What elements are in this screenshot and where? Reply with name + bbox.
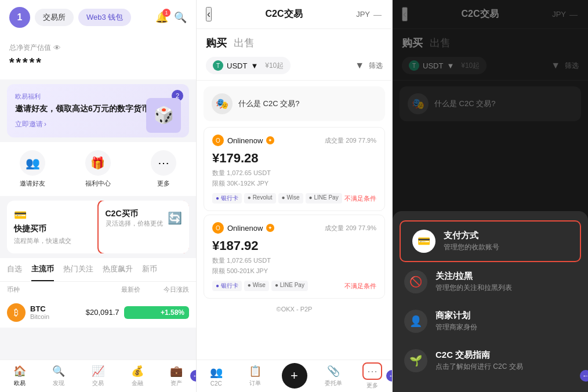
seller2-icon: O [212, 222, 224, 234]
tab-new[interactable]: 新币 [142, 258, 157, 281]
bottom-nav: 🏠 欧易 🔍 发现 📈 交易 💰 金融 💼 资产 [0, 360, 196, 392]
panel-exchange: 1 交易所 Web3 钱包 🔔 1 🔍 总净资产估值 👁 ***** 2 欧易福… [0, 0, 196, 392]
buy-label[interactable]: 购买 [206, 36, 227, 50]
btc-change: +1.58% [124, 306, 189, 319]
search-button[interactable]: 🔍 [174, 11, 187, 24]
merchant-sub: 管理商家身份 [435, 322, 477, 332]
nav2-delegate[interactable]: 📎 委托单 [314, 360, 353, 392]
sell-label[interactable]: 出售 [234, 36, 255, 50]
quicklink-invite[interactable]: 👥 邀请好友 [20, 150, 45, 188]
listing2-header: O Onlinenow ✦ 成交量 209 77.9% [212, 222, 376, 234]
add-button[interactable]: + [282, 363, 307, 389]
nav-trade[interactable]: 📈 交易 [78, 360, 118, 392]
tab-watchlist[interactable]: 自选 [7, 258, 22, 281]
nav2-c2c[interactable]: 👥 C2C [197, 360, 235, 392]
c2c-buy-item[interactable]: C2C买币 灵活选择，价格更优 🔄 [97, 201, 190, 253]
quick-buy-sub: 流程简单，快速成交 [14, 237, 91, 245]
user-avatar[interactable]: 1 [9, 7, 30, 28]
seller1-icon: O [212, 135, 224, 146]
listing-1[interactable]: O Onlinenow ✦ 成交量 209 77.9% ¥179.28 数量 1… [204, 127, 385, 211]
quicklink-invite-label: 邀请好友 [20, 179, 45, 188]
seller1-name: Onlinenow [227, 136, 263, 145]
payment-method-item[interactable]: 💳 支付方式 管理您的收款账号 [401, 222, 580, 261]
more-nav-icon: ⋯ [367, 365, 378, 377]
divider-text: ©OKX - P2P [197, 302, 392, 316]
btc-price: $20,091.7 [49, 308, 119, 317]
nav2-orders-label: 订单 [249, 379, 261, 387]
guide-sub: 点击了解如何进行 C2C 交易 [435, 362, 523, 372]
nav-discover[interactable]: 🔍 发现 [39, 360, 79, 392]
tab-hot[interactable]: 热门关注 [63, 258, 93, 281]
chevron-right-icon: › [44, 120, 46, 128]
nav2-delegate-label: 委托单 [325, 379, 342, 387]
assets-section: 总净资产估值 👁 ***** [0, 35, 196, 79]
promo-banner[interactable]: 2 欧易福利 邀请好友，领取高达6万元的数字货币盲盒 立即邀请 › 🎲 [7, 84, 189, 137]
btc-row[interactable]: ₿ BTC Bitcoin $20,091.7 +1.58% [0, 297, 196, 328]
filter-icon[interactable]: ▼ [355, 60, 364, 71]
nav2-add[interactable]: + [275, 360, 314, 392]
filter-row: T USDT ▼ ¥10起 ▼ 筛选 [197, 57, 392, 81]
merchant-plan-item[interactable]: 👤 商家计划 管理商家身份 [393, 302, 588, 341]
more-icon: ⋯ [151, 150, 176, 176]
panel3-back-arrow[interactable]: ← [580, 370, 588, 382]
notification-button[interactable]: 🔔 1 [155, 11, 168, 24]
panel1-header: 1 交易所 Web3 钱包 🔔 1 🔍 [0, 0, 196, 35]
listing2-footer: ● 银行卡 ● Wise ● LINE Pay 不满足条件 [212, 281, 376, 291]
payment-menu-item-wrapper: 💳 支付方式 管理您的收款账号 [400, 220, 581, 262]
home-icon: 🏠 [13, 365, 26, 378]
quicklink-more-label: 更多 [157, 179, 170, 188]
eye-icon[interactable]: 👁 [53, 43, 61, 52]
nav-assets-label: 资产 [170, 379, 182, 387]
btc-name: BTC [30, 304, 49, 313]
seller-2: O Onlinenow ✦ [212, 222, 274, 234]
back-button[interactable]: ‹ [206, 7, 212, 21]
info-banner[interactable]: 🎭 什么是 C2C 交易? [204, 86, 385, 121]
more-menu-panel: 💳 支付方式 管理您的收款账号 🚫 关注/拉黑 管理您的关注和拉黑列表 👤 商家… [393, 211, 588, 392]
tag-bank: ● 银行卡 [212, 193, 242, 204]
nav-home[interactable]: 🏠 欧易 [0, 360, 39, 392]
listing2-price: ¥187.92 [212, 238, 376, 253]
btc-icon: ₿ [7, 303, 26, 322]
assets-label: 总净资产估值 [9, 43, 51, 53]
tab-trending[interactable]: 热度飙升 [103, 258, 133, 281]
panel2-header: ‹ C2C交易 JPY — [197, 0, 392, 29]
tab-exchange[interactable]: 交易所 [35, 9, 74, 26]
tag-revolut: ● Revolut [244, 193, 276, 204]
listing1-header: O Onlinenow ✦ 成交量 209 77.9% [212, 135, 376, 146]
filter-label: 筛选 [369, 61, 383, 71]
info-icon: 🎭 [212, 93, 233, 114]
guide-title: C2C 交易指南 [435, 350, 523, 361]
payment-sub: 管理您的收款账号 [444, 242, 499, 252]
quicklink-rewards[interactable]: 🎁 福利中心 [85, 150, 111, 188]
listing-2[interactable]: O Onlinenow ✦ 成交量 209 77.9% ¥187.92 数量 1… [204, 215, 385, 299]
gift-icon: 🎁 [85, 150, 111, 176]
tab-mainstream[interactable]: 主流币 [31, 258, 54, 281]
finance-icon: 💰 [131, 365, 144, 378]
token-selector[interactable]: T USDT ▼ ¥10起 [206, 57, 291, 74]
merchant-title: 商家计划 [435, 310, 477, 321]
listing1-footer: ● 银行卡 ● Revolut ● Wise ● LINE Pay 不满足条件 [212, 193, 376, 204]
nav-finance[interactable]: 💰 金融 [118, 360, 157, 392]
tag2-bank: ● 银行卡 [212, 281, 242, 291]
quick-buy-item[interactable]: 💳 快捷买币 流程简单，快速成交 [7, 201, 99, 253]
quicklinks-row: 👥 邀请好友 🎁 福利中心 ⋯ 更多 [0, 142, 196, 196]
follow-icon: 🚫 [404, 270, 427, 293]
currency-divider: — [373, 10, 382, 19]
seller1-badge: ✦ [266, 136, 274, 144]
quicklink-more[interactable]: ⋯ 更多 [151, 150, 176, 188]
guide-icon: 🌱 [404, 349, 427, 372]
buy-sell-toggle: 购买 出售 [197, 29, 392, 57]
trade-icon: 📈 [92, 365, 104, 378]
nav2-orders[interactable]: 📋 订单 [235, 360, 274, 392]
btc-fullname: Bitcoin [30, 313, 49, 320]
col-price: 最新价 [80, 285, 141, 294]
seller-1: O Onlinenow ✦ [212, 135, 274, 146]
c2c-arrow-icon: 🔄 [168, 211, 182, 225]
banner-image: 🎲 [146, 98, 181, 133]
c2c-guide-item[interactable]: 🌱 C2C 交易指南 点击了解如何进行 C2C 交易 [393, 341, 588, 380]
listing1-meta: 成交量 209 77.9% [325, 136, 376, 145]
more-highlight: ⋯ [362, 362, 382, 380]
c2c-sub: 灵活选择，价格更优 [106, 219, 163, 228]
follow-block-item[interactable]: 🚫 关注/拉黑 管理您的关注和拉黑列表 [393, 262, 588, 302]
tab-web3[interactable]: Web3 钱包 [78, 9, 131, 26]
